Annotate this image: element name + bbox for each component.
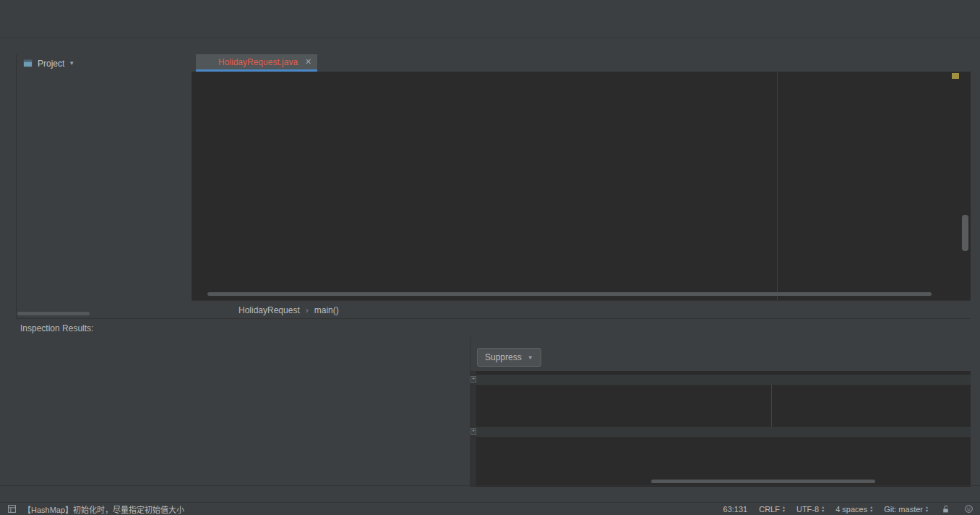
navigation-breadcrumb xyxy=(0,38,980,54)
editor-tab[interactable]: HolidayRequest.java ✕ xyxy=(196,54,317,72)
right-toolwindow-strip xyxy=(970,54,980,486)
chevron-down-icon: ▼ xyxy=(528,354,533,361)
chevron-down-icon: ▼ xyxy=(69,60,74,67)
updown-icon: ▴▾ xyxy=(822,506,824,513)
status-message: 【HashMap】初始化时，尽量指定初始值大小 xyxy=(23,503,184,515)
editor-hscrollbar[interactable] xyxy=(207,292,932,296)
torn-edge-top xyxy=(476,375,971,385)
project-view-icon xyxy=(22,58,33,69)
preview-hscrollbar[interactable] xyxy=(651,480,875,483)
menu-bar xyxy=(0,0,980,17)
caret-position[interactable]: 63:131 xyxy=(723,505,748,514)
project-hscrollbar[interactable] xyxy=(17,312,90,315)
editor-panel: HolidayRequest.java ✕ HolidayRequest › m… xyxy=(192,54,971,318)
encoding-selector[interactable]: UTF-8▴▾ xyxy=(796,505,824,514)
left-toolwindow-strip xyxy=(0,54,17,486)
torn-edge-bottom xyxy=(476,427,971,437)
updown-icon: ▴▾ xyxy=(926,506,928,513)
status-bar: 【HashMap】初始化时，尽量指定初始值大小 63:131 CRLF▴▾ UT… xyxy=(0,502,980,515)
suppress-button[interactable]: Suppress ▼ xyxy=(477,348,541,367)
inspection-header: Inspection Results: xyxy=(16,319,971,337)
project-panel-title[interactable]: Project xyxy=(38,59,64,69)
breadcrumb-class[interactable]: HolidayRequest xyxy=(238,305,300,315)
toolwindow-switcher-icon[interactable] xyxy=(6,503,17,515)
inspection-stripe-mark[interactable] xyxy=(952,73,959,79)
preview-margin-guide xyxy=(771,385,772,427)
inspection-results-label: Inspection Results: xyxy=(20,323,93,333)
inspection-code-preview[interactable]: + + xyxy=(470,371,971,487)
git-branch-selector[interactable]: Git: master▴▾ xyxy=(884,505,928,514)
main-toolbar xyxy=(0,17,980,38)
editor-breadcrumb: HolidayRequest › main() xyxy=(192,300,971,319)
breadcrumb-method[interactable]: main() xyxy=(314,305,339,315)
chevron-right-icon: › xyxy=(306,305,309,315)
updown-icon: ▴▾ xyxy=(783,506,785,513)
class-icon xyxy=(202,56,214,68)
project-tree xyxy=(16,75,192,310)
inspection-results-panel: Inspection Results: Suppress ▼ + + xyxy=(16,318,971,487)
close-icon[interactable]: ✕ xyxy=(305,57,311,67)
fold-icon[interactable]: + xyxy=(470,376,476,383)
editor-tab-label: HolidayRequest.java xyxy=(218,57,298,67)
project-panel-header: Project ▼ xyxy=(16,54,192,72)
line-ending-selector[interactable]: CRLF▴▾ xyxy=(759,505,785,514)
editor-tab-bar: HolidayRequest.java ✕ xyxy=(192,54,971,72)
editor-vscrollbar[interactable] xyxy=(962,215,968,251)
bottom-toolwindow-bar xyxy=(0,485,980,503)
ide-window: Project ▼ HolidayRequest.java ✕ HolidayR… xyxy=(0,0,980,515)
updown-icon: ▴▾ xyxy=(870,506,872,513)
lock-open-icon[interactable] xyxy=(940,503,951,515)
code-editor[interactable] xyxy=(192,72,971,300)
indent-selector[interactable]: 4 spaces▴▾ xyxy=(835,505,872,514)
right-margin-guide xyxy=(777,72,778,300)
hector-inspection-icon[interactable] xyxy=(963,503,974,515)
fold-icon[interactable]: + xyxy=(470,428,476,435)
project-panel: Project ▼ xyxy=(16,54,192,318)
suppress-label: Suppress xyxy=(485,352,522,362)
